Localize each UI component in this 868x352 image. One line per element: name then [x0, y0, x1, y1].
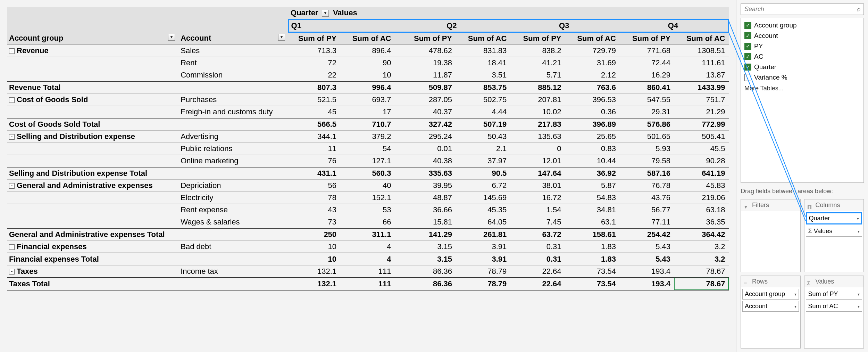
- filters-area[interactable]: Filters: [741, 199, 801, 272]
- field-search[interactable]: ⌕: [741, 3, 864, 15]
- field-item[interactable]: ✓AC: [744, 51, 861, 62]
- value-cell[interactable]: 396.89: [565, 118, 619, 131]
- checkbox-icon[interactable]: ✓: [744, 43, 751, 50]
- value-cell[interactable]: 364.42: [674, 228, 728, 241]
- value-cell[interactable]: 79.58: [619, 155, 674, 167]
- value-cell[interactable]: 566.5: [289, 118, 340, 131]
- value-cell[interactable]: 287.05: [394, 94, 456, 106]
- value-cell[interactable]: 295.24: [394, 131, 456, 143]
- value-cell[interactable]: 379.2: [340, 131, 394, 143]
- value-cell[interactable]: 11: [289, 143, 340, 155]
- value-cell[interactable]: 771.68: [619, 45, 674, 57]
- value-cell[interactable]: 34.81: [565, 204, 619, 216]
- value-cell[interactable]: 72.44: [619, 57, 674, 69]
- value-cell[interactable]: 0.36: [565, 106, 619, 118]
- value-cell[interactable]: 29.31: [619, 106, 674, 118]
- value-cell[interactable]: 641.19: [674, 167, 728, 180]
- value-cell[interactable]: 12.01: [510, 155, 565, 167]
- value-cell[interactable]: 45.5: [674, 143, 728, 155]
- value-cell[interactable]: 78.79: [456, 265, 510, 278]
- checkbox-icon[interactable]: ✓: [744, 32, 751, 39]
- value-cell[interactable]: 4: [340, 253, 394, 265]
- value-cell[interactable]: 3.2: [674, 253, 728, 265]
- value-cell[interactable]: 90.5: [456, 167, 510, 180]
- value-cell[interactable]: 505.41: [674, 131, 728, 143]
- value-cell[interactable]: 885.12: [510, 81, 565, 94]
- columns-area[interactable]: Columns Quarter▾Σ Values▾: [804, 199, 864, 272]
- value-cell[interactable]: 344.1: [289, 131, 340, 143]
- value-cell[interactable]: 10.44: [565, 155, 619, 167]
- value-cell[interactable]: 43.76: [619, 192, 674, 204]
- value-cell[interactable]: 15.81: [394, 216, 456, 229]
- value-cell[interactable]: 22.64: [510, 265, 565, 278]
- value-cell[interactable]: 713.3: [289, 45, 340, 57]
- value-cell[interactable]: 1308.51: [674, 45, 728, 57]
- value-cell[interactable]: 127.1: [340, 155, 394, 167]
- value-cell[interactable]: 73: [289, 216, 340, 229]
- value-cell[interactable]: 7.45: [510, 216, 565, 229]
- value-cell[interactable]: 13.87: [674, 69, 728, 82]
- value-cell[interactable]: 64.05: [456, 216, 510, 229]
- value-cell[interactable]: 18.41: [456, 57, 510, 69]
- value-cell[interactable]: 10: [340, 69, 394, 82]
- value-cell[interactable]: 501.65: [619, 131, 674, 143]
- value-cell[interactable]: 250: [289, 228, 340, 241]
- rows-chip[interactable]: Account group▾: [742, 289, 799, 300]
- value-cell[interactable]: 17: [340, 106, 394, 118]
- value-cell[interactable]: 5.87: [565, 180, 619, 192]
- value-cell[interactable]: 710.7: [340, 118, 394, 131]
- value-cell[interactable]: 4.44: [456, 106, 510, 118]
- rows-area[interactable]: Rows Account group▾Account▾: [741, 276, 801, 349]
- value-cell[interactable]: 772.99: [674, 118, 728, 131]
- value-cell[interactable]: 3.2: [674, 241, 728, 253]
- value-cell[interactable]: 43: [289, 204, 340, 216]
- value-cell[interactable]: 478.62: [394, 45, 456, 57]
- collapse-icon[interactable]: -: [9, 269, 15, 275]
- value-cell[interactable]: 77.11: [619, 216, 674, 229]
- value-cell[interactable]: 576.86: [619, 118, 674, 131]
- value-cell[interactable]: 16.29: [619, 69, 674, 82]
- value-cell[interactable]: 5.93: [619, 143, 674, 155]
- value-cell[interactable]: 193.4: [619, 265, 674, 278]
- search-input[interactable]: [744, 5, 857, 13]
- value-cell[interactable]: 90.28: [674, 155, 728, 167]
- value-cell[interactable]: 5.71: [510, 69, 565, 82]
- value-cell[interactable]: 0.31: [510, 253, 565, 265]
- value-cell[interactable]: 48.87: [394, 192, 456, 204]
- value-cell[interactable]: 45: [289, 106, 340, 118]
- value-cell[interactable]: 141.29: [394, 228, 456, 241]
- value-cell[interactable]: 37.97: [456, 155, 510, 167]
- value-cell[interactable]: 76: [289, 155, 340, 167]
- account-group-filter-dropdown[interactable]: ▾: [168, 34, 175, 41]
- value-cell[interactable]: 76.78: [619, 180, 674, 192]
- value-cell[interactable]: 3.51: [456, 69, 510, 82]
- collapse-icon[interactable]: -: [9, 244, 15, 250]
- row-label[interactable]: -General and Administrative expenses: [7, 180, 178, 192]
- values-area[interactable]: Values Sum of PY▾Sum of AC▾: [804, 276, 864, 349]
- value-cell[interactable]: 807.3: [289, 81, 340, 94]
- value-cell[interactable]: 16.72: [510, 192, 565, 204]
- value-cell[interactable]: 40.38: [394, 155, 456, 167]
- quarter-filter-dropdown[interactable]: ▾: [322, 10, 329, 17]
- value-cell[interactable]: 152.1: [340, 192, 394, 204]
- value-cell[interactable]: 158.61: [565, 228, 619, 241]
- value-cell[interactable]: 5.43: [619, 241, 674, 253]
- value-cell[interactable]: 66: [340, 216, 394, 229]
- value-cell[interactable]: 1433.99: [674, 81, 728, 94]
- collapse-icon[interactable]: -: [9, 97, 15, 103]
- value-cell[interactable]: 111.61: [674, 57, 728, 69]
- rows-chip[interactable]: Account▾: [742, 301, 799, 312]
- value-cell[interactable]: 1.83: [565, 241, 619, 253]
- value-cell[interactable]: 729.79: [565, 45, 619, 57]
- value-cell[interactable]: 73.54: [565, 278, 619, 290]
- value-cell[interactable]: 78.67: [674, 278, 728, 290]
- more-tables-link[interactable]: More Tables...: [744, 83, 861, 94]
- value-cell[interactable]: 751.7: [674, 94, 728, 106]
- value-cell[interactable]: 6.72: [456, 180, 510, 192]
- value-cell[interactable]: 311.1: [340, 228, 394, 241]
- value-cell[interactable]: 10.02: [510, 106, 565, 118]
- value-cell[interactable]: 78: [289, 192, 340, 204]
- value-cell[interactable]: 11.87: [394, 69, 456, 82]
- value-cell[interactable]: 693.7: [340, 94, 394, 106]
- value-cell[interactable]: 132.1: [289, 278, 340, 290]
